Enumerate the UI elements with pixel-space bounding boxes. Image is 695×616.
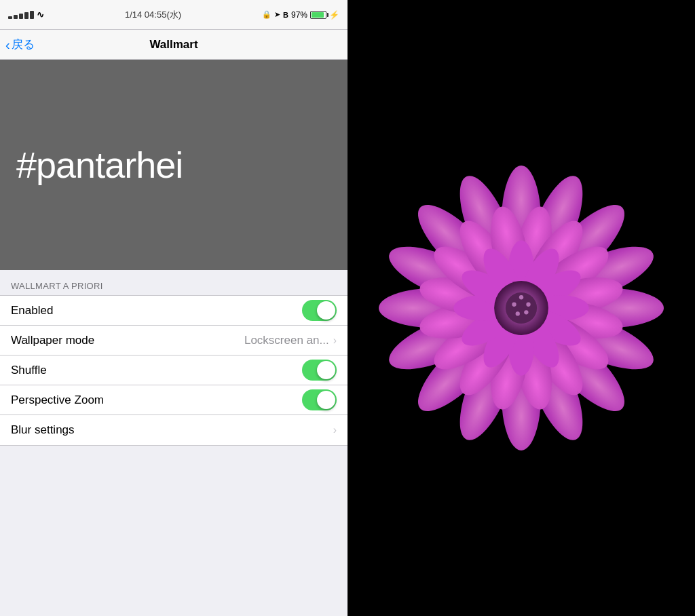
enabled-toggle[interactable] <box>302 300 337 321</box>
section-header: WALLMART A PRIORI <box>0 270 348 295</box>
wifi-icon: ∿ <box>37 9 44 20</box>
left-panel: ∿ 1/14 04:55(水) 🔒 ➤ B 97% ⚡ ‹ 戻る Wallmar… <box>0 0 348 616</box>
blur-settings-right: › <box>333 424 337 436</box>
charging-icon: ⚡ <box>329 10 339 20</box>
blur-settings-row[interactable]: Blur settings › <box>0 415 348 445</box>
back-button[interactable]: ‹ 戻る <box>5 37 35 52</box>
flower-image <box>379 166 664 450</box>
hero-hashtag: #pantarhei <box>16 144 183 186</box>
signal-dot-4 <box>24 12 29 19</box>
back-chevron-icon: ‹ <box>5 38 10 52</box>
svg-point-49 <box>516 311 520 315</box>
status-bar: ∿ 1/14 04:55(水) 🔒 ➤ B 97% ⚡ <box>0 0 348 30</box>
bluetooth-icon: B <box>283 11 288 19</box>
back-label: 戻る <box>12 37 35 52</box>
settings-group: Enabled Wallpaper mode Lockscreen an... … <box>0 295 348 446</box>
svg-point-46 <box>519 295 523 299</box>
signal-dots <box>8 11 34 19</box>
battery-fill <box>312 12 324 18</box>
perspective-zoom-toggle[interactable] <box>302 389 337 410</box>
signal-dot-5 <box>30 11 34 19</box>
shuffle-toggle[interactable] <box>302 360 337 381</box>
wallpaper-mode-row[interactable]: Wallpaper mode Lockscreen an... › <box>0 326 348 355</box>
perspective-zoom-toggle-knob <box>317 391 335 409</box>
shuffle-label: Shuffle <box>11 364 47 377</box>
svg-point-48 <box>526 303 530 307</box>
perspective-zoom-label: Perspective Zoom <box>11 393 104 407</box>
shuffle-row[interactable]: Shuffle <box>0 355 348 385</box>
blur-settings-chevron-icon: › <box>333 424 337 436</box>
settings-section: WALLMART A PRIORI Enabled Wallpaper mode… <box>0 270 348 616</box>
wallpaper-mode-label: Wallpaper mode <box>11 334 94 347</box>
signal-dot-2 <box>14 15 18 19</box>
nav-bar: ‹ 戻る Wallmart <box>0 30 348 60</box>
battery-percent: 97% <box>291 10 307 20</box>
signal-dot-3 <box>19 14 23 19</box>
nav-title: Wallmart <box>149 38 198 52</box>
enabled-row[interactable]: Enabled <box>0 296 348 326</box>
svg-point-50 <box>524 310 528 314</box>
right-panel-wallpaper <box>348 0 695 616</box>
svg-point-47 <box>512 303 516 307</box>
wallpaper-mode-value: Lockscreen an... <box>244 334 329 347</box>
enabled-label: Enabled <box>11 304 53 317</box>
signal-dot-1 <box>8 16 12 19</box>
status-time: 1/14 04:55(水) <box>125 9 181 21</box>
status-left: ∿ <box>8 9 44 20</box>
status-right: 🔒 ➤ B 97% ⚡ <box>262 10 339 20</box>
wallpaper-mode-chevron-icon: › <box>333 334 337 347</box>
hero-section: #pantarhei <box>0 60 348 270</box>
wallpaper-mode-right: Lockscreen an... › <box>244 334 337 347</box>
blur-settings-label: Blur settings <box>11 423 75 437</box>
enabled-toggle-knob <box>317 301 335 320</box>
shuffle-toggle-knob <box>317 361 335 379</box>
perspective-zoom-row[interactable]: Perspective Zoom <box>0 385 348 415</box>
location-icon: ➤ <box>274 10 280 19</box>
battery-icon <box>310 11 326 19</box>
lock-icon: 🔒 <box>262 10 271 19</box>
